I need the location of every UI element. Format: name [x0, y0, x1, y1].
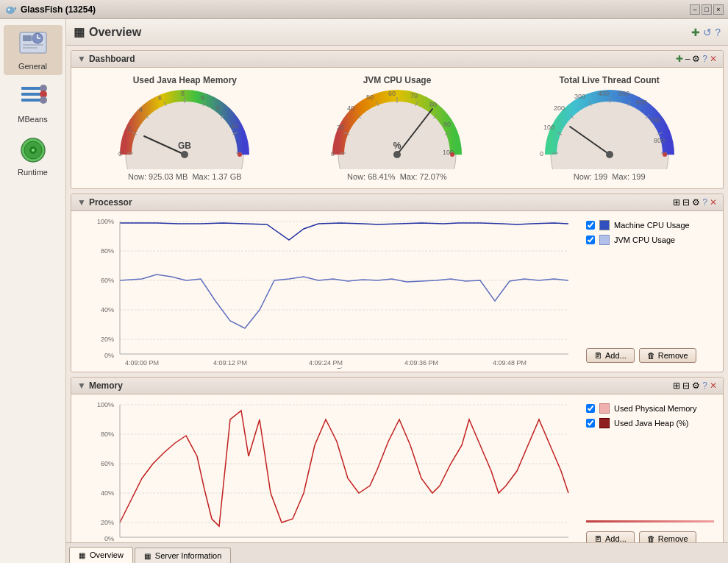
memory-title: ▼ Memory	[77, 380, 123, 391]
proc-close-icon[interactable]: ✕	[710, 197, 717, 208]
svg-text:80%: 80%	[101, 431, 114, 438]
proc-machine-checkbox[interactable]	[586, 221, 595, 230]
svg-text:4:09:36 PM: 4:09:36 PM	[404, 359, 438, 367]
processor-section: ▼ Processor ⊞ ⊟ ⚙ ? ✕	[71, 194, 724, 372]
svg-text:40: 40	[347, 105, 354, 112]
mem-physical-color	[599, 403, 610, 414]
processor-chart-body: 100% 80% 60% 40% 20% 0% 4:09:00 PM 4:09:…	[71, 211, 723, 372]
maximize-btn[interactable]: □	[702, 4, 712, 15]
svg-text:4:09:48 PM: 4:09:48 PM	[493, 359, 527, 367]
mem-remove-btn[interactable]: 🗑 Remove	[639, 531, 696, 542]
gauge-threads-title: Total Live Thread Count	[559, 75, 659, 85]
mem-help-icon[interactable]: ?	[702, 380, 707, 391]
svg-text:60%: 60%	[101, 277, 114, 284]
header-help-icon[interactable]: ?	[715, 26, 721, 38]
processor-chart-svg: 100% 80% 60% 40% 20% 0% 4:09:00 PM 4:09:…	[74, 214, 577, 369]
proc-buttons: 🖹 Add... 🗑 Remove	[586, 348, 714, 363]
svg-text:40%: 40%	[101, 306, 114, 314]
mem-physical-checkbox[interactable]	[586, 404, 595, 413]
sidebar-item-general[interactable]: General	[4, 25, 63, 75]
overview-header: ▦ Overview ✚ ↺ ?	[66, 19, 728, 46]
dashboard-arrow-icon: ▼	[77, 54, 86, 64]
dashboard-help-icon[interactable]: ?	[702, 54, 707, 64]
svg-text:4:09:24 PM: 4:09:24 PM	[309, 359, 343, 367]
svg-text:%: %	[393, 141, 402, 151]
sidebar-item-runtime[interactable]: Runtime	[4, 131, 63, 181]
svg-rect-4	[23, 35, 32, 41]
tab-server-icon: ▦	[144, 552, 151, 560]
mem-icon3[interactable]: ⚙	[692, 380, 700, 391]
svg-text:0%: 0%	[104, 352, 114, 359]
processor-title: ▼ Processor	[77, 197, 132, 208]
svg-marker-1	[15, 6, 16, 13]
header-add-icon[interactable]: ✚	[691, 26, 700, 38]
tab-server-info[interactable]: ▦ Server Information	[135, 548, 231, 563]
sidebar: General MBeans	[0, 19, 66, 563]
dashboard-close-icon[interactable]: ✕	[710, 54, 717, 64]
svg-text:40%: 40%	[101, 489, 114, 497]
runtime-icon	[18, 135, 48, 165]
dashboard-add-icon[interactable]: ✚	[676, 54, 683, 64]
svg-text:9: 9	[216, 105, 220, 112]
tab-overview-icon: ▦	[79, 551, 85, 559]
window-title: GlassFish (13254)	[21, 4, 96, 15]
proc-icon1[interactable]: ⊞	[673, 197, 680, 208]
proc-icon3[interactable]: ⚙	[692, 197, 700, 208]
gauge-jvm-cpu-title: JVM CPU Usage	[363, 75, 432, 85]
proc-add-icon: 🖹	[594, 351, 602, 360]
gauge-java-heap-svg: 0 2 4 6 8 8 9 10 GB	[111, 88, 258, 169]
svg-text:8: 8	[201, 94, 204, 102]
tab-overview[interactable]: ▦ Overview	[69, 547, 133, 563]
proc-jvm-color	[599, 235, 610, 245]
proc-help-icon[interactable]: ?	[702, 197, 707, 208]
svg-text:20: 20	[337, 124, 344, 131]
dashboard-section: ▼ Dashboard ✚ – ⚙ ? ✕ Used Java Heap Mem…	[71, 50, 724, 189]
svg-text:200: 200	[554, 105, 565, 112]
dashboard-controls: ✚ – ⚙ ? ✕	[676, 54, 717, 64]
mem-close-icon[interactable]: ✕	[710, 380, 717, 391]
mem-icon2[interactable]: ⊟	[682, 380, 690, 391]
proc-jvm-checkbox[interactable]	[586, 236, 595, 244]
mem-heap-label: Used Java Heap (%)	[614, 419, 689, 428]
tab-bar: ▦ Overview ▦ Server Information	[66, 542, 728, 563]
mem-add-icon: 🖹	[594, 534, 602, 542]
memory-header: ▼ Memory ⊞ ⊟ ⚙ ? ✕	[71, 378, 723, 394]
tab-server-label: Server Information	[155, 551, 221, 560]
processor-arrow-icon: ▼	[77, 197, 86, 208]
proc-remove-btn[interactable]: 🗑 Remove	[639, 348, 696, 363]
overview-title-text: Overview	[89, 26, 141, 39]
mem-icon1[interactable]: ⊞	[673, 380, 680, 391]
mem-add-btn[interactable]: 🖹 Add...	[586, 531, 635, 542]
proc-icon2[interactable]: ⊟	[682, 197, 690, 208]
minimize-btn[interactable]: –	[690, 4, 700, 15]
proc-legend-jvm: JVM CPU Usage	[586, 235, 714, 245]
svg-text:60%: 60%	[101, 460, 114, 467]
dashboard-minus-icon[interactable]: –	[685, 54, 690, 64]
dashboard-title: ▼ Dashboard	[77, 54, 135, 64]
gauge-threads: Total Live Thread Count	[536, 75, 683, 181]
title-bar-controls[interactable]: – □ ×	[690, 4, 724, 15]
mem-heap-checkbox[interactable]	[586, 419, 595, 428]
scroll-content[interactable]: ▼ Dashboard ✚ – ⚙ ? ✕ Used Java Heap Mem…	[66, 46, 728, 542]
gauge-java-heap: Used Java Heap Memory	[111, 75, 258, 181]
svg-text:4:09:00 PM: 4:09:00 PM	[125, 359, 159, 367]
close-btn[interactable]: ×	[713, 4, 724, 15]
sidebar-item-mbeans[interactable]: MBeans	[4, 78, 63, 128]
mem-remove-icon: 🗑	[647, 534, 655, 542]
svg-text:100%: 100%	[97, 218, 114, 225]
dashboard-settings-icon[interactable]: ⚙	[692, 54, 700, 64]
proc-add-btn[interactable]: 🖹 Add...	[586, 348, 635, 363]
mbeans-icon	[18, 82, 48, 112]
sidebar-general-label: General	[18, 62, 47, 71]
svg-text:80: 80	[429, 101, 437, 108]
header-refresh-icon[interactable]: ↺	[703, 26, 712, 38]
overview-grid-icon: ▦	[74, 25, 85, 39]
svg-text:80%: 80%	[101, 247, 114, 255]
processor-legend: Machine CPU Usage JVM CPU Usage 🖹 A	[580, 214, 720, 369]
gauge-java-heap-title: Used Java Heap Memory	[133, 75, 237, 85]
svg-rect-8	[23, 44, 43, 46]
svg-text:500: 500	[618, 90, 629, 97]
proc-machine-color	[599, 220, 610, 230]
svg-text:700: 700	[649, 116, 660, 124]
title-bar-left: GlassFish (13254)	[4, 4, 96, 15]
